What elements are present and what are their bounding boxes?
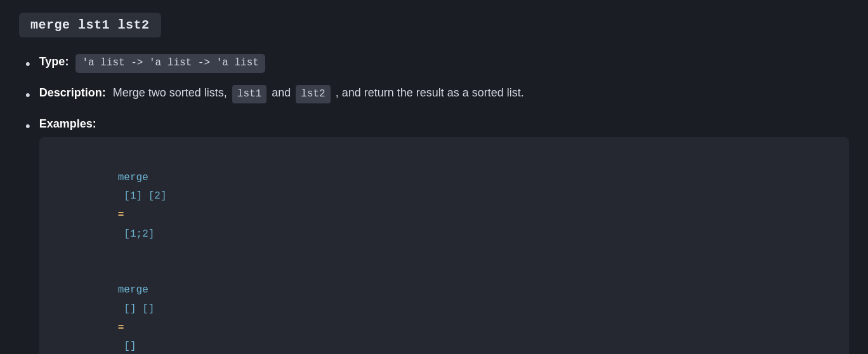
examples-block: merge [1] [2] = [1;2] merge [] [] = [] m… [39,137,849,354]
description-content: Description: Merge two sorted lists, lst… [39,84,849,103]
desc-text-between: and [272,86,291,99]
list-arg1-1: [1] [2] [118,190,173,202]
lst2-code: lst2 [296,85,330,103]
examples-label-row: Examples: [39,115,849,133]
eq-2: = [118,322,124,334]
merge-kw-2: merge [118,284,148,296]
type-content: Type: 'a list -> 'a list -> 'a list [39,53,265,73]
description-row: • Description: Merge two sorted lists, l… [25,84,849,106]
type-value: 'a list -> 'a list -> 'a list [76,54,265,73]
desc-text-before: Merge two sorted lists, [113,86,227,99]
examples-container: Examples: merge [1] [2] = [1;2] merge []… [39,115,849,354]
merge-kw-1: merge [118,172,148,183]
desc-text-after: , and return the result as a sorted list… [336,86,524,99]
examples-label: Examples: [39,115,96,133]
description-label: Description: [39,86,106,99]
bullet-dot-desc: • [25,84,30,106]
function-header: merge lst1 lst2 [19,13,849,53]
lst1-code: lst1 [232,85,266,103]
bullet-dot-type: • [25,53,30,75]
result-2: [] [118,341,136,352]
example-line-1: merge [1] [2] = [1;2] [57,150,831,263]
eq-1: = [118,209,124,221]
list-arg1-2: [] [] [118,303,161,315]
examples-row: • Examples: merge [1] [2] = [1;2] merge … [25,115,849,354]
type-label: Type: [39,55,69,68]
content-list: • Type: 'a list -> 'a list -> 'a list • … [19,53,849,354]
example-line-2: merge [] [] = [] [57,263,831,354]
bullet-dot-examples: • [25,115,30,137]
type-row: • Type: 'a list -> 'a list -> 'a list [25,53,849,75]
result-1: [1;2] [118,228,155,240]
